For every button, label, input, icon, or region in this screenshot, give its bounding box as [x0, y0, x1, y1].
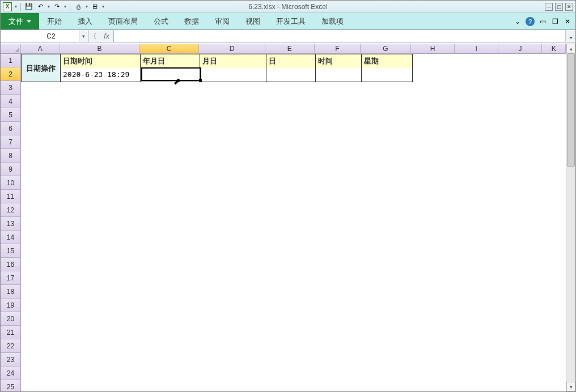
scroll-down-button[interactable]: ▾ — [566, 382, 575, 391]
formula-expand-icon[interactable]: ⌄ — [565, 30, 575, 42]
excel-logo-icon[interactable]: X — [3, 2, 12, 11]
col-header-E[interactable]: E — [265, 44, 315, 53]
data-time[interactable] — [316, 68, 362, 82]
ribbon-tabs: 文件 开始 插入 页面布局 公式 数据 审阅 视图 开发工具 加载项 ⌄ ? ▭… — [1, 13, 575, 30]
col-header-J[interactable]: J — [498, 44, 542, 53]
qat-tool2-icon[interactable]: ⊞ — [90, 2, 99, 11]
close-button[interactable]: ✕ — [565, 3, 573, 11]
redo-icon[interactable]: ↷ — [52, 2, 61, 11]
name-box-dropdown-icon[interactable]: ▾ — [79, 30, 88, 42]
window-controls: — ▢ ✕ — [545, 3, 573, 11]
qat-tool1-dd-icon[interactable]: ▾ — [86, 4, 88, 9]
window-title: 6.23.xlsx - Microsoft Excel — [248, 3, 327, 11]
tab-view[interactable]: 视图 — [238, 13, 268, 29]
data-md[interactable] — [200, 68, 266, 82]
qat-customize-icon[interactable]: ▾ — [102, 4, 104, 9]
row-header-12[interactable]: 12 — [1, 203, 21, 217]
undo-icon[interactable]: ↶ — [36, 2, 45, 11]
cancel-formula-icon: ( — [91, 32, 100, 40]
col-header-A[interactable]: A — [21, 44, 60, 53]
merged-cell-A1A2[interactable]: 日期操作 — [22, 54, 61, 82]
row-header-13[interactable]: 13 — [1, 217, 21, 231]
col-header-H[interactable]: H — [411, 44, 455, 53]
header-time[interactable]: 时间 — [316, 54, 362, 68]
scroll-track[interactable] — [566, 53, 575, 382]
qat-tool1-icon[interactable]: ⎙ — [74, 2, 83, 11]
scroll-up-button[interactable]: ▴ — [566, 44, 575, 53]
data-ymd[interactable] — [141, 68, 200, 82]
doc-close-icon[interactable]: ✕ — [563, 17, 572, 26]
maximize-button[interactable]: ▢ — [555, 3, 563, 11]
column-headers: A B C D E F G H I J K — [1, 44, 566, 54]
row-header-17[interactable]: 17 — [1, 271, 21, 285]
redo-dropdown-icon[interactable]: ▾ — [64, 4, 66, 9]
undo-dropdown-icon[interactable]: ▾ — [48, 4, 50, 9]
row-header-20[interactable]: 20 — [1, 312, 21, 326]
data-datetime[interactable]: 2020-6-23 18:29 — [61, 68, 141, 82]
ribbon-right-controls: ⌄ ? ▭ ❐ ✕ — [513, 17, 572, 26]
help-icon[interactable]: ? — [526, 17, 535, 26]
tab-addins[interactable]: 加载项 — [314, 13, 351, 29]
col-header-G[interactable]: G — [361, 44, 411, 53]
formula-bar: C2 ▾ ( fx ⌄ — [1, 30, 575, 42]
row-header-25[interactable]: 25 — [1, 380, 21, 391]
doc-restore-icon[interactable]: ❐ — [550, 17, 560, 26]
header-md[interactable]: 月日 — [200, 54, 266, 68]
row-header-4[interactable]: 4 — [1, 95, 21, 108]
row-header-5[interactable]: 5 — [1, 108, 21, 122]
row-header-2[interactable]: 2 — [1, 67, 21, 81]
name-box[interactable]: C2 ▾ — [1, 30, 88, 42]
save-icon[interactable]: 💾 — [24, 2, 33, 11]
data-day[interactable] — [266, 68, 316, 82]
tab-formulas[interactable]: 公式 — [146, 13, 176, 29]
row-header-14[interactable]: 14 — [1, 231, 21, 244]
vertical-scrollbar[interactable]: ▴ ▾ — [566, 44, 575, 391]
row-header-23[interactable]: 23 — [1, 353, 21, 367]
quick-access-toolbar: X ▾ 💾 ↶ ▾ ↷ ▾ ⎙ ▾ ⊞ ▾ — [1, 2, 107, 11]
qat-dropdown-icon[interactable]: ▾ — [15, 4, 17, 9]
row-header-7[interactable]: 7 — [1, 135, 21, 149]
tab-home[interactable]: 开始 — [39, 13, 70, 29]
row-header-16[interactable]: 16 — [1, 258, 21, 271]
header-ymd[interactable]: 年月日 — [141, 54, 200, 68]
row-header-22[interactable]: 22 — [1, 339, 21, 353]
ribbon-minimize-icon[interactable]: ⌄ — [513, 17, 522, 26]
col-header-K[interactable]: K — [542, 44, 566, 53]
tab-developer[interactable]: 开发工具 — [268, 13, 314, 29]
header-day[interactable]: 日 — [266, 54, 316, 68]
col-header-C[interactable]: C — [139, 44, 199, 53]
formula-buttons: ( fx — [88, 30, 114, 42]
tab-insert[interactable]: 插入 — [70, 13, 100, 29]
row-header-6[interactable]: 6 — [1, 122, 21, 135]
row-header-19[interactable]: 19 — [1, 299, 21, 312]
separator — [70, 3, 70, 11]
row-header-1[interactable]: 1 — [1, 54, 21, 67]
formula-input[interactable] — [114, 30, 565, 42]
row-header-15[interactable]: 15 — [1, 244, 21, 258]
tab-data[interactable]: 数据 — [176, 13, 207, 29]
row-header-3[interactable]: 3 — [1, 81, 21, 95]
row-header-8[interactable]: 8 — [1, 149, 21, 163]
header-weekday[interactable]: 星期 — [362, 54, 412, 68]
row-header-10[interactable]: 10 — [1, 176, 21, 190]
tab-page-layout[interactable]: 页面布局 — [100, 13, 146, 29]
col-header-I[interactable]: I — [455, 44, 498, 53]
col-header-B[interactable]: B — [60, 44, 139, 53]
col-header-D[interactable]: D — [199, 44, 265, 53]
scroll-thumb[interactable] — [567, 53, 575, 167]
minimize-button[interactable]: — — [545, 3, 553, 11]
file-tab[interactable]: 文件 — [1, 13, 39, 29]
doc-minimize-icon[interactable]: ▭ — [538, 17, 547, 26]
row-header-11[interactable]: 11 — [1, 190, 21, 203]
select-all-corner[interactable] — [1, 44, 21, 53]
row-header-9[interactable]: 9 — [1, 163, 21, 176]
header-datetime[interactable]: 日期时间 — [61, 54, 141, 68]
row-header-21[interactable]: 21 — [1, 326, 21, 339]
fx-icon[interactable]: fx — [102, 32, 111, 40]
row-header-18[interactable]: 18 — [1, 285, 21, 299]
row-header-24[interactable]: 24 — [1, 367, 21, 380]
col-header-F[interactable]: F — [315, 44, 361, 53]
data-weekday[interactable] — [362, 68, 412, 82]
tab-review[interactable]: 审阅 — [207, 13, 238, 29]
grid[interactable]: A B C D E F G H I J K 123456789101112131… — [1, 44, 566, 391]
